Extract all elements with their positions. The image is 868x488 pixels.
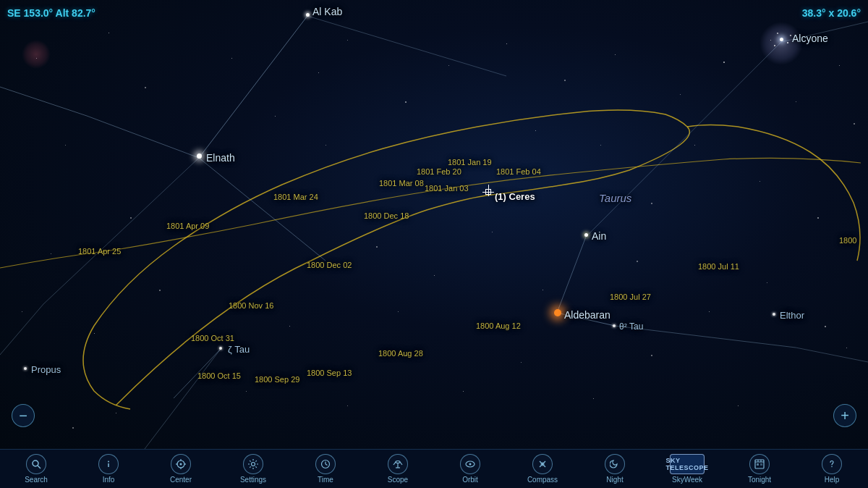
toolbar-skyweek[interactable]: SKYTELESCOPE SkyWeek — [662, 454, 712, 484]
bg-star — [434, 275, 435, 276]
toolbar-orbit[interactable]: Orbit — [445, 454, 495, 484]
star-pleiades-3[interactable] — [790, 35, 791, 36]
svg-line-28 — [326, 464, 328, 466]
toolbar-settings[interactable]: Settings — [228, 454, 278, 484]
bg-star — [723, 62, 725, 63]
toolbar-tonight[interactable]: Tonight — [734, 454, 785, 484]
bg-star — [738, 405, 739, 406]
bg-star — [694, 145, 695, 146]
center-label: Center — [170, 476, 192, 484]
bg-star — [854, 123, 855, 125]
bg-star — [709, 311, 710, 312]
bg-star — [796, 101, 796, 102]
star-aldebaran[interactable] — [554, 309, 561, 316]
svg-line-9 — [615, 326, 796, 348]
bg-star — [326, 145, 326, 146]
search-icon — [26, 454, 46, 474]
svg-line-11 — [781, 22, 868, 42]
star-propus[interactable] — [24, 367, 27, 370]
scope-label: Scope — [388, 476, 408, 484]
bg-star — [600, 145, 601, 146]
star-pleiades-2[interactable] — [787, 42, 788, 43]
bg-star — [246, 391, 247, 392]
bg-star — [22, 311, 22, 312]
star-alcyone[interactable] — [780, 38, 783, 41]
time-label: Time — [318, 476, 333, 484]
svg-line-2 — [87, 116, 199, 158]
star-pleiades-5[interactable] — [777, 33, 778, 34]
bg-star — [36, 58, 37, 59]
toolbar-night[interactable]: Night — [590, 454, 640, 484]
toolbar-scope[interactable]: Scope — [373, 454, 423, 484]
toolbar-help[interactable]: Help — [807, 454, 857, 484]
zoom-in-button[interactable]: + — [833, 404, 856, 427]
toolbar-center[interactable]: Center — [156, 454, 206, 484]
bg-star — [615, 54, 616, 55]
toolbar-info[interactable]: Info — [83, 454, 134, 484]
help-icon — [822, 454, 842, 474]
settings-icon — [243, 454, 263, 474]
bg-star — [448, 65, 449, 66]
bg-star — [94, 333, 95, 334]
bg-star — [405, 355, 407, 356]
compass-label: Compass — [527, 476, 558, 484]
tonight-icon — [749, 454, 770, 474]
star-elthor[interactable] — [773, 313, 775, 316]
sky-view[interactable]: Al Kab Alcyone Elnath Ain Aldebaran θ² T… — [0, 0, 868, 449]
info-icon — [98, 454, 119, 474]
svg-line-8 — [145, 349, 221, 449]
svg-line-0 — [199, 16, 307, 158]
tonight-label: Tonight — [748, 476, 771, 484]
night-icon — [605, 454, 625, 474]
star-pleiades-4[interactable] — [774, 45, 775, 46]
star-elnath[interactable] — [197, 153, 202, 159]
toolbar-search[interactable]: Search — [11, 454, 61, 484]
bg-star — [564, 80, 566, 81]
svg-point-20 — [180, 463, 182, 466]
info-label: Info — [103, 476, 115, 484]
skyweek-icon: SKYTELESCOPE — [670, 454, 705, 474]
orbit-path — [0, 0, 868, 449]
hud-coordinates: SE 153.0° Alt 82.7° — [7, 7, 95, 19]
svg-point-46 — [831, 466, 833, 468]
svg-rect-44 — [757, 463, 759, 466]
svg-point-36 — [469, 463, 472, 466]
bg-star — [347, 405, 348, 406]
svg-line-12 — [307, 16, 506, 76]
scope-icon — [388, 454, 408, 474]
hud-fov: 38.3° x 20.6° — [802, 7, 861, 19]
toolbar-time[interactable]: Time — [300, 454, 351, 484]
star-theta2-tau[interactable] — [613, 324, 616, 327]
help-label: Help — [825, 476, 840, 484]
bg-star — [275, 116, 276, 117]
bg-star — [231, 58, 232, 59]
toolbar-compass[interactable]: Compass — [517, 454, 568, 484]
bg-star — [65, 145, 66, 146]
star-ain[interactable] — [584, 233, 588, 237]
bg-star — [825, 326, 826, 327]
svg-rect-40 — [755, 460, 764, 468]
bg-star — [159, 290, 161, 291]
bg-star — [593, 398, 594, 399]
zoom-out-button[interactable]: − — [12, 404, 35, 427]
orbit-icon — [460, 454, 480, 474]
settings-label: Settings — [240, 476, 266, 484]
svg-line-10 — [796, 348, 868, 362]
bg-star — [680, 94, 681, 95]
svg-line-5 — [557, 237, 586, 313]
bg-star — [651, 203, 652, 204]
time-icon — [315, 454, 336, 474]
svg-line-1 — [199, 158, 326, 261]
star-zeta-tau[interactable] — [219, 347, 222, 350]
svg-line-4 — [557, 313, 615, 326]
star-pleiades-6[interactable] — [770, 40, 771, 41]
bg-star — [839, 65, 840, 66]
star-al-kab[interactable] — [306, 13, 310, 17]
svg-point-15 — [33, 460, 38, 466]
center-icon — [171, 454, 191, 474]
skyweek-label: SkyWeek — [672, 476, 702, 484]
bg-star — [637, 261, 638, 262]
bg-star — [376, 246, 378, 248]
night-label: Night — [606, 476, 623, 484]
bg-star — [492, 232, 493, 232]
